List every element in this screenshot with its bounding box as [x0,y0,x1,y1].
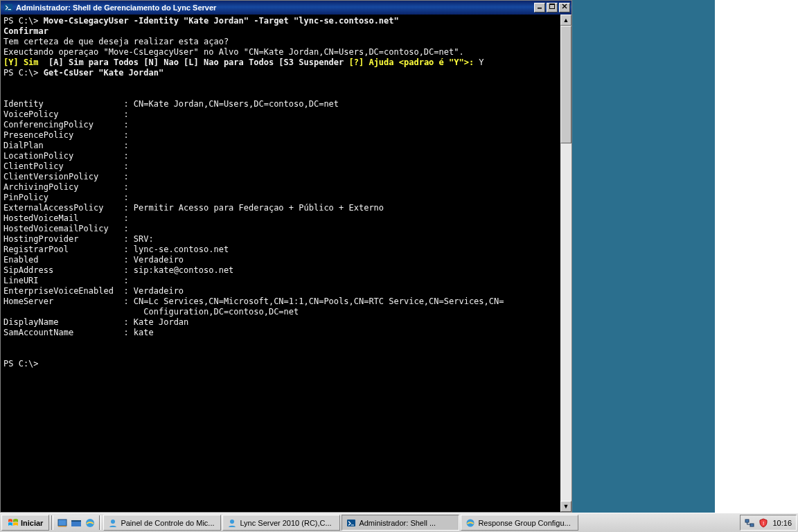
svg-rect-5 [58,526,66,527]
terminal-output: PS C:\> Move-CsLegacyUser -Identity "Kat… [1,15,560,512]
svg-rect-13 [745,520,749,522]
taskbar-item-label: Lync Server 2010 (RC),C... [240,519,331,527]
svg-rect-0 [4,4,12,12]
start-label: Iniciar [21,519,43,527]
console-icon [346,518,356,528]
close-button[interactable] [559,3,570,12]
svg-text:!: ! [763,520,764,526]
minimize-button[interactable] [534,3,545,12]
windows-flag-icon [8,518,19,528]
scroll-thumb[interactable] [560,26,571,143]
window-title: Administrador: Shell de Gerenciamento do… [16,3,531,12]
svg-point-9 [111,520,115,524]
show-desktop-icon[interactable] [57,517,68,529]
taskbar-item[interactable]: Painel de Controle do Mic... [103,515,221,531]
svg-rect-4 [58,520,66,526]
scroll-track[interactable] [560,26,571,501]
scrollbar[interactable]: ▲ ▼ [560,15,571,512]
taskbar-item-label: Response Group Configu... [478,519,570,527]
desktop: Administrador: Shell de Gerenciamento do… [0,0,798,532]
shield-icon[interactable]: ! [759,518,768,528]
white-panel [715,0,798,513]
taskbar-item-label: Administrador: Shell ... [359,519,436,527]
console-window: Administrador: Shell de Gerenciamento do… [0,0,572,513]
system-tray[interactable]: ! 10:16 [740,515,797,531]
svg-point-10 [230,520,234,524]
ie-icon[interactable] [85,517,96,529]
ie-icon [466,518,475,528]
taskbar-item-label: Painel de Controle do Mic... [121,519,214,527]
taskbar-separator-2 [99,515,101,530]
titlebar[interactable]: Administrador: Shell de Gerenciamento do… [1,1,571,15]
powershell-icon [3,3,13,12]
svg-rect-14 [750,524,754,526]
start-button[interactable]: Iniciar [1,515,49,531]
taskbar-tasks: Painel de Controle do Mic...Lync Server … [102,513,738,532]
taskbar-item[interactable]: Response Group Configu... [461,515,578,531]
lync-icon [108,518,118,528]
explorer-icon[interactable] [71,517,82,529]
scroll-up-button[interactable]: ▲ [560,15,571,26]
quick-launch [54,513,98,532]
svg-rect-3 [550,4,555,6]
maximize-button[interactable] [547,3,558,12]
taskbar-separator [51,515,53,530]
svg-rect-7 [71,520,81,522]
network-icon[interactable] [745,518,754,528]
clock[interactable]: 10:16 [772,519,792,527]
window-buttons [534,3,570,12]
taskbar: Iniciar Painel de Controle do Mic...Lync… [0,513,798,532]
terminal-area[interactable]: PS C:\> Move-CsLegacyUser -Identity "Kat… [1,15,571,512]
taskbar-item[interactable]: Lync Server 2010 (RC),C... [222,515,340,531]
svg-rect-1 [538,8,542,9]
lync-icon [227,518,237,528]
taskbar-item[interactable]: Administrador: Shell ... [342,515,459,531]
scroll-down-button[interactable]: ▼ [560,501,571,512]
